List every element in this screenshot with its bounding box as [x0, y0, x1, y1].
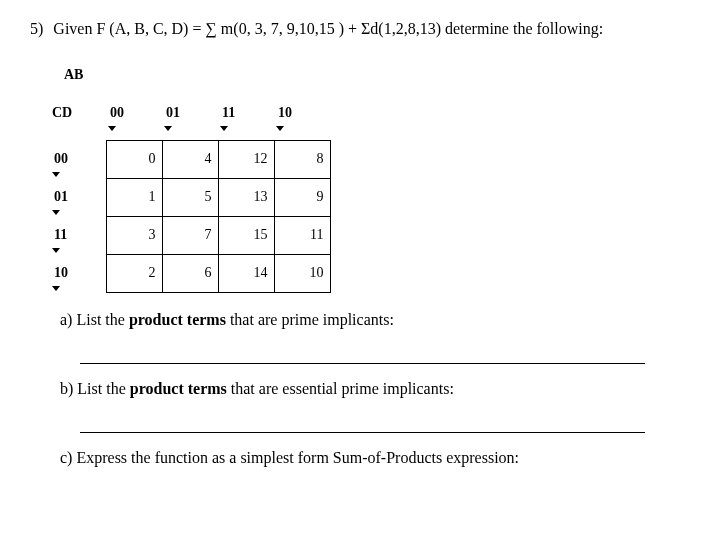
- cell-0-1: 4: [162, 140, 218, 178]
- question-number: 5): [30, 20, 43, 38]
- part-c: c) Express the function as a simplest fo…: [60, 449, 675, 467]
- col-header-3: 10: [274, 94, 330, 132]
- part-a-post: that are prime implicants:: [226, 311, 394, 328]
- question-text: Given F (A, B, C, D) = ∑ m(0, 3, 7, 9,10…: [53, 20, 603, 38]
- col-header-1: 01: [162, 94, 218, 132]
- part-c-text: Express the function as a simplest form …: [76, 449, 519, 466]
- cell-2-0: 3: [106, 216, 162, 254]
- cell-2-3: 11: [274, 216, 330, 254]
- row-header-3: 10: [50, 254, 106, 292]
- part-b: b) List the product terms that are essen…: [60, 380, 675, 398]
- cell-3-1: 6: [162, 254, 218, 292]
- row-header-1: 01: [50, 178, 106, 216]
- cell-2-2: 15: [218, 216, 274, 254]
- part-b-post: that are essential prime implicants:: [227, 380, 454, 397]
- ab-label: AB: [50, 56, 330, 94]
- kmap-table: AB CD 00 01 11 10 00 0 4 12 8 01 1 5 13 …: [50, 56, 331, 293]
- cell-0-2: 12: [218, 140, 274, 178]
- col-header-0: 00: [106, 94, 162, 132]
- col-header-2: 11: [218, 94, 274, 132]
- part-a: a) List the product terms that are prime…: [60, 311, 675, 329]
- cell-1-0: 1: [106, 178, 162, 216]
- row-header-0: 00: [50, 140, 106, 178]
- cell-3-0: 2: [106, 254, 162, 292]
- part-a-bold: product terms: [129, 311, 226, 328]
- part-b-bold: product terms: [130, 380, 227, 397]
- cell-1-1: 5: [162, 178, 218, 216]
- part-a-label: a): [60, 311, 72, 328]
- cell-0-3: 8: [274, 140, 330, 178]
- part-b-pre: List the: [77, 380, 129, 397]
- cell-1-3: 9: [274, 178, 330, 216]
- answer-line-b: [80, 406, 645, 433]
- cell-3-3: 10: [274, 254, 330, 292]
- part-b-label: b): [60, 380, 73, 397]
- row-header-2: 11: [50, 216, 106, 254]
- cell-1-2: 13: [218, 178, 274, 216]
- cd-label: CD: [50, 94, 106, 132]
- cell-3-2: 14: [218, 254, 274, 292]
- part-a-pre: List the: [76, 311, 128, 328]
- cell-2-1: 7: [162, 216, 218, 254]
- part-c-label: c): [60, 449, 72, 466]
- kmap-container: AB CD 00 01 11 10 00 0 4 12 8 01 1 5 13 …: [50, 56, 675, 293]
- cell-0-0: 0: [106, 140, 162, 178]
- question-line: 5) Given F (A, B, C, D) = ∑ m(0, 3, 7, 9…: [30, 20, 675, 38]
- answer-line-a: [80, 337, 645, 364]
